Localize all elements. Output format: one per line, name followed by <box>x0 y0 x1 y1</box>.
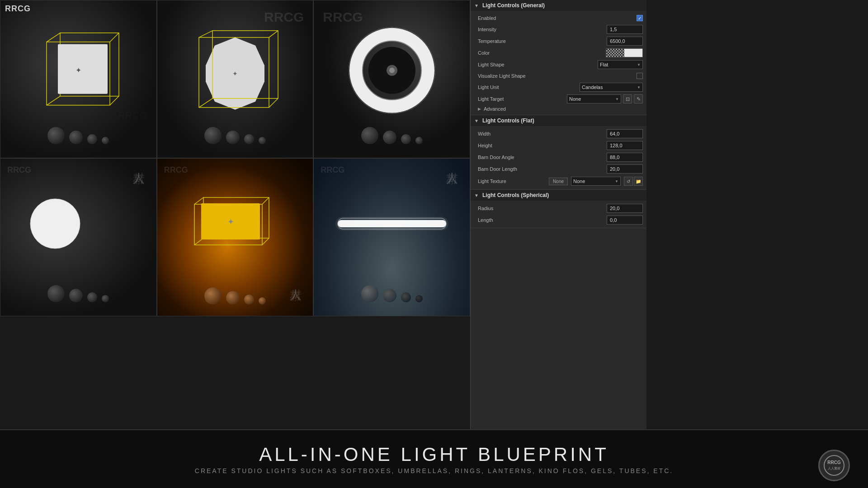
section-general-header[interactable]: ▼ Light Controls (General) <box>471 0 646 11</box>
svg-point-35 <box>824 455 844 475</box>
balls-row-vp2 <box>204 127 266 144</box>
prop-intensity-row: Intensity 1,5 <box>471 23 646 35</box>
section-general: ▼ Light Controls (General) Enabled Inten… <box>471 0 646 115</box>
ball-vp1-4 <box>102 137 109 144</box>
ball-vp2-2 <box>226 131 240 144</box>
viewport-3: RRCG 人人素材 <box>313 0 470 158</box>
light-target-pick-btn[interactable]: ⊡ <box>623 94 632 103</box>
main-container: RRCG ✦ <box>0 0 868 488</box>
prop-barn-door-length-row: Barn Door Length 20,0 <box>471 163 646 175</box>
ball-vp5-4 <box>259 297 266 305</box>
section-spherical-header[interactable]: ▼ Light Controls (Spherical) <box>471 190 646 201</box>
prop-enabled-label: Enabled <box>478 15 637 21</box>
ball-vp5-1 <box>204 287 222 305</box>
ball-vp4-2 <box>69 289 83 302</box>
ball-vp3-4 <box>415 137 423 144</box>
barn-door-length-input[interactable]: 20,0 <box>607 164 643 174</box>
radius-input[interactable]: 20,0 <box>607 204 643 213</box>
light-unit-select[interactable]: Candelas ▼ <box>580 83 643 92</box>
wm-vp2: RRCG <box>264 9 304 25</box>
section-flat-header[interactable]: ▼ Light Controls (Flat) <box>471 115 646 126</box>
section-general-title: Light Controls (General) <box>482 2 545 9</box>
viewport-4: RRCG 人人素材 <box>0 158 157 316</box>
light-target-select[interactable]: None ▼ <box>567 94 621 103</box>
svg-point-22 <box>30 199 80 249</box>
texture-browse-btn[interactable]: 📁 <box>634 177 643 186</box>
prop-intensity-label: Intensity <box>478 27 607 32</box>
banner-subtitle: CREATE STUDIO LIGHTS SUCH AS SOFTBOXES, … <box>195 467 673 474</box>
svg-text:✦: ✦ <box>75 66 81 74</box>
prop-light-unit-label: Light Unit <box>478 84 580 90</box>
svg-text:✦: ✦ <box>227 217 234 226</box>
texture-refresh-btn[interactable]: ↺ <box>624 177 633 186</box>
balls-row-vp4 <box>47 285 109 302</box>
visualize-checkbox[interactable] <box>637 73 643 79</box>
ball-vp5-2 <box>226 291 240 305</box>
temperature-input[interactable]: 6500,0 <box>607 37 643 46</box>
svg-line-11 <box>199 31 212 38</box>
prop-color-row: Color <box>471 47 646 59</box>
prop-color-label: Color <box>478 50 606 56</box>
prop-barn-door-angle-value: 88,0 <box>607 153 643 162</box>
banner-logo: RRCG 人人素材 <box>818 450 850 481</box>
prop-radius-label: Radius <box>478 206 607 211</box>
svg-line-12 <box>269 31 278 38</box>
prop-radius-value: 20,0 <box>607 204 643 213</box>
svg-line-2 <box>47 33 60 42</box>
svg-point-21 <box>389 68 395 73</box>
ball-vp4-3 <box>87 292 97 302</box>
light-unit-arrow: ▼ <box>637 85 641 89</box>
section-general-body: Enabled Intensity 1,5 Tempe <box>471 11 646 115</box>
prop-barn-door-angle-label: Barn Door Angle <box>478 155 607 160</box>
height-input[interactable]: 128,0 <box>607 141 643 150</box>
prop-temperature-label: Temperature <box>478 38 607 44</box>
prop-light-shape-label: Light Shape <box>478 62 598 67</box>
viewport-5: ✦ RRCG 人人素材 <box>157 158 314 316</box>
svg-line-14 <box>199 99 212 108</box>
balls-row-vp1 <box>47 127 109 144</box>
prop-barn-door-length-value: 20,0 <box>607 164 643 174</box>
texture-select[interactable]: None ▼ <box>571 177 621 186</box>
svg-line-4 <box>110 96 119 105</box>
prop-visualize-value <box>637 73 643 79</box>
section-general-arrow: ▼ <box>474 3 480 8</box>
section-flat: ▼ Light Controls (Flat) Width 64,0 Heigh… <box>471 115 646 190</box>
light-shape-select[interactable]: Flat ▼ <box>598 60 643 69</box>
intensity-input[interactable]: 1,5 <box>607 25 643 34</box>
ball-vp2-3 <box>244 134 254 144</box>
svg-line-26 <box>194 197 203 204</box>
prop-visualize-row: Visualize Light Shape <box>471 70 646 81</box>
prop-light-target-value: None ▼ ⊡ ✎ <box>567 94 643 103</box>
advanced-arrow: ▶ <box>478 107 481 111</box>
ball-vp3-2 <box>383 131 396 144</box>
ball-vp5-3 <box>244 295 254 305</box>
section-spherical-arrow: ▼ <box>474 192 480 198</box>
enabled-checkbox[interactable] <box>637 15 643 21</box>
color-swatch[interactable] <box>606 48 643 57</box>
prop-visualize-label: Visualize Light Shape <box>478 73 637 79</box>
ball-vp2-1 <box>204 127 222 144</box>
light-target-edit-btn[interactable]: ✎ <box>634 94 643 103</box>
ball-vp6-2 <box>383 289 396 302</box>
prop-light-shape-value: Flat ▼ <box>598 60 643 69</box>
prop-width-value: 64,0 <box>607 129 643 138</box>
width-input[interactable]: 64,0 <box>607 129 643 138</box>
prop-temperature-row: Temperature 6500,0 <box>471 35 646 47</box>
prop-height-value: 128,0 <box>607 141 643 150</box>
prop-barn-door-angle-row: Barn Door Angle 88,0 <box>471 151 646 163</box>
color-checker <box>606 49 624 57</box>
rrcg-brand-vp1: RRCG <box>5 4 31 14</box>
prop-light-unit-value: Candelas ▼ <box>580 83 643 92</box>
section-flat-arrow: ▼ <box>474 118 480 123</box>
prop-length-label: Length <box>478 217 607 223</box>
ball-vp6-3 <box>401 292 411 302</box>
prop-light-texture-value: None None ▼ ↺ 📁 <box>549 177 643 186</box>
svg-line-13 <box>269 99 278 108</box>
prop-advanced-label[interactable]: Advanced <box>484 106 643 112</box>
barn-door-angle-input[interactable]: 88,0 <box>607 153 643 162</box>
prop-light-shape-row: Light Shape Flat ▼ <box>471 59 646 70</box>
color-white <box>624 49 642 57</box>
length-input[interactable]: 0,0 <box>607 216 643 225</box>
svg-line-5 <box>47 96 60 105</box>
svg-line-27 <box>262 197 269 204</box>
